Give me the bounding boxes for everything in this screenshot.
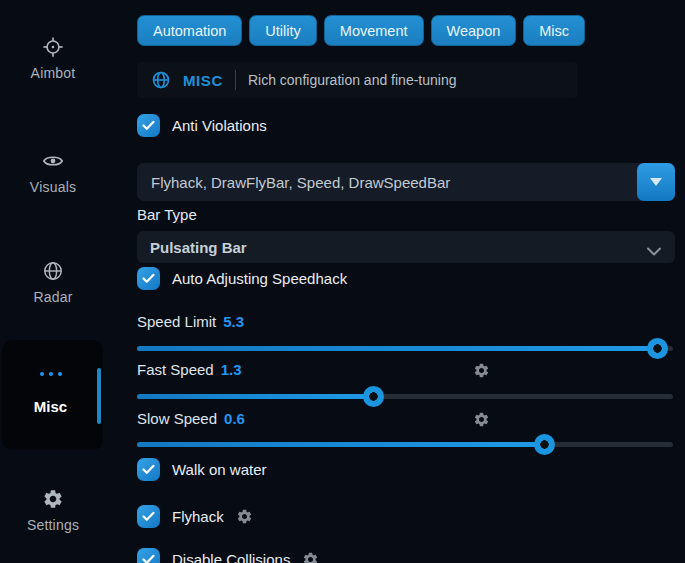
slider-fill xyxy=(137,442,544,447)
slider-label: Slow Speed xyxy=(137,410,217,427)
sidebar-item-misc[interactable]: Misc xyxy=(2,340,103,450)
slider-value: 5.3 xyxy=(223,313,244,330)
anti-violations-checkbox-row[interactable]: Anti Violations xyxy=(137,114,267,137)
slider-thumb[interactable] xyxy=(647,338,668,359)
tab-automation[interactable]: Automation xyxy=(137,15,242,46)
fast-speed-slider[interactable] xyxy=(137,386,673,406)
sidebar: Aimbot Visuals Radar Misc xyxy=(0,0,106,563)
gear-icon[interactable] xyxy=(473,362,490,379)
section-subtitle: Rich configuration and fine-tuning xyxy=(248,72,457,88)
bar-multiselect[interactable]: Flyhack, DrawFlyBar, Speed, DrawSpeedBar xyxy=(137,163,675,201)
multiselect-value: Flyhack, DrawFlyBar, Speed, DrawSpeedBar xyxy=(137,174,450,191)
sidebar-item-radar[interactable]: Radar xyxy=(0,260,106,306)
sidebar-label: Misc xyxy=(2,398,99,415)
main-panel: Automation Utility Movement Weapon Misc … xyxy=(137,0,675,563)
disable-collisions-checkbox-row[interactable]: Disable Collisions xyxy=(137,548,319,563)
slow-speed-slider[interactable] xyxy=(137,434,673,454)
slider-fill xyxy=(137,394,373,399)
checkbox-label: Auto Adjusting Speedhack xyxy=(172,270,347,287)
walk-on-water-checkbox-row[interactable]: Walk on water xyxy=(137,458,266,481)
chevron-down-icon xyxy=(647,242,661,260)
checkbox-label: Flyhack xyxy=(172,508,224,525)
slider-thumb[interactable] xyxy=(534,434,555,455)
checkbox[interactable] xyxy=(137,505,160,528)
dropdown-open-button[interactable] xyxy=(637,163,675,201)
section-header: MISC Rich configuration and fine-tuning xyxy=(137,62,577,98)
divider xyxy=(235,70,236,90)
checkbox-label: Anti Violations xyxy=(172,117,267,134)
category-tabs: Automation Utility Movement Weapon Misc xyxy=(137,15,585,46)
slider-label: Fast Speed xyxy=(137,361,214,378)
gear-icon xyxy=(42,488,64,510)
sidebar-label: Visuals xyxy=(30,179,76,195)
active-indicator xyxy=(97,368,101,424)
globe-icon xyxy=(42,260,64,282)
bar-type-label: Bar Type xyxy=(137,206,197,223)
crosshair-icon xyxy=(42,36,64,58)
tab-movement[interactable]: Movement xyxy=(324,15,424,46)
checkbox[interactable] xyxy=(137,548,160,563)
ellipsis-icon xyxy=(2,372,99,376)
triangle-down-icon xyxy=(650,178,662,186)
tab-weapon[interactable]: Weapon xyxy=(431,15,517,46)
sidebar-label: Settings xyxy=(27,517,79,533)
speed-limit-label-row: Speed Limit 5.3 xyxy=(137,313,244,330)
sidebar-item-settings[interactable]: Settings xyxy=(0,488,106,534)
select-value: Pulsating Bar xyxy=(137,239,247,256)
speed-limit-slider[interactable] xyxy=(137,338,673,358)
flyhack-checkbox-row[interactable]: Flyhack xyxy=(137,505,253,528)
eye-icon xyxy=(42,150,64,172)
sidebar-label: Radar xyxy=(33,289,72,305)
checkbox[interactable] xyxy=(137,458,160,481)
sidebar-item-aimbot[interactable]: Aimbot xyxy=(0,36,106,82)
gear-icon[interactable] xyxy=(236,508,253,525)
tab-misc[interactable]: Misc xyxy=(523,15,585,46)
auto-adjusting-checkbox-row[interactable]: Auto Adjusting Speedhack xyxy=(137,267,347,290)
globe-icon xyxy=(151,70,171,90)
section-title: MISC xyxy=(183,72,223,89)
checkbox-label: Disable Collisions xyxy=(172,551,290,563)
slow-speed-label-row: Slow Speed 0.6 xyxy=(137,410,245,427)
bar-type-select[interactable]: Pulsating Bar xyxy=(137,231,675,263)
fast-speed-label-row: Fast Speed 1.3 xyxy=(137,361,242,378)
sidebar-item-visuals[interactable]: Visuals xyxy=(0,150,106,196)
checkbox[interactable] xyxy=(137,114,160,137)
slider-thumb[interactable] xyxy=(363,386,384,407)
slider-value: 1.3 xyxy=(221,361,242,378)
gear-icon[interactable] xyxy=(302,551,319,563)
checkbox-label: Walk on water xyxy=(172,461,266,478)
checkbox[interactable] xyxy=(137,267,160,290)
sidebar-label: Aimbot xyxy=(31,65,76,81)
gear-icon[interactable] xyxy=(473,411,490,428)
slider-value: 0.6 xyxy=(224,410,245,427)
slider-fill xyxy=(137,346,657,351)
tab-utility[interactable]: Utility xyxy=(249,15,316,46)
slider-label: Speed Limit xyxy=(137,313,216,330)
